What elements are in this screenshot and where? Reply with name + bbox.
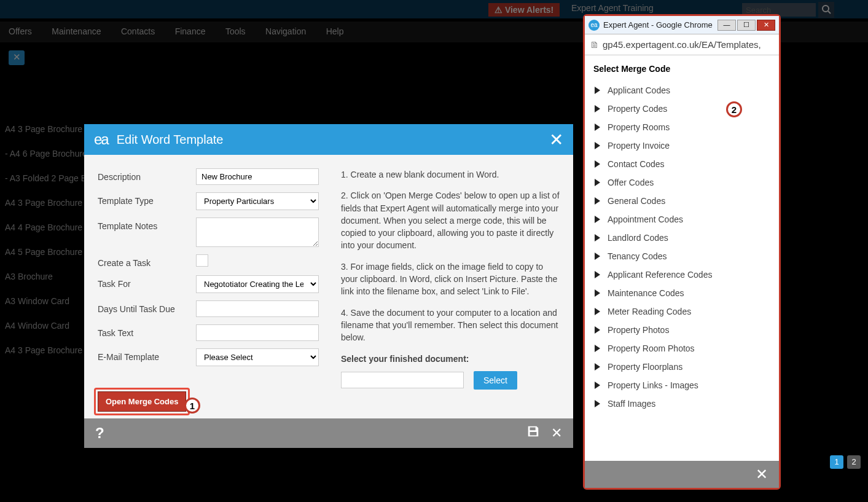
expand-icon — [595, 142, 600, 149]
expand-icon — [595, 179, 600, 186]
instruction-step-2: 2. Click on 'Open Merge Codes' below to … — [341, 189, 560, 251]
annotation-callout-2: 2 — [726, 101, 742, 117]
address-bar[interactable]: 🗎 gp45.expertagent.co.uk/EA/Templates, — [585, 34, 779, 55]
maximize-button[interactable]: ☐ — [737, 20, 756, 31]
code-item[interactable]: Property Photos — [593, 321, 770, 339]
code-item[interactable]: Maintenance Codes — [593, 284, 770, 302]
modal-body: Description Template Type Property Parti… — [84, 155, 573, 418]
help-button[interactable]: ? — [95, 425, 104, 442]
edit-template-modal: ea Edit Word Template ✕ Description Temp… — [84, 124, 573, 448]
expand-icon — [595, 216, 600, 223]
close-icon[interactable]: ✕ — [551, 425, 562, 441]
code-item[interactable]: Landlord Codes — [593, 229, 770, 247]
email-template-label: E-Mail Template — [98, 348, 196, 362]
merge-codes-popup: ea Expert Agent - Google Chrome — ☐ ✕ 🗎 … — [583, 14, 781, 490]
open-merge-codes-button[interactable]: Open Merge Codes — [98, 391, 186, 412]
expand-icon — [595, 253, 600, 260]
annotation-callout-1: 1 — [184, 398, 200, 414]
task-text-input[interactable] — [196, 324, 319, 341]
save-icon[interactable] — [526, 425, 540, 442]
code-item[interactable]: Property Room Photos — [593, 339, 770, 358]
popup-footer: ✕ — [585, 461, 779, 488]
modal-header: ea Edit Word Template ✕ — [84, 124, 573, 155]
select-document-button[interactable]: Select — [474, 371, 517, 390]
code-item[interactable]: Applicant Codes — [593, 81, 770, 100]
expand-icon — [595, 326, 600, 334]
code-item[interactable]: Offer Codes — [593, 173, 770, 192]
ea-favicon: ea — [588, 20, 600, 31]
days-until-label: Days Until Task Due — [98, 300, 196, 314]
code-item[interactable]: Property Floorplans — [593, 358, 770, 376]
instruction-step-1: 1. Create a new blank document in Word. — [341, 168, 560, 181]
popup-body: Select Merge Code 2 Applicant Codes Prop… — [585, 55, 779, 461]
form-column: Description Template Type Property Parti… — [98, 168, 325, 405]
select-document-label: Select your finished document: — [341, 353, 560, 365]
popup-titlebar: ea Expert Agent - Google Chrome — ☐ ✕ — [585, 16, 779, 34]
code-item[interactable]: Property Links - Images — [593, 376, 770, 394]
expand-icon — [595, 87, 600, 94]
code-item[interactable]: Meter Reading Codes — [593, 302, 770, 321]
popup-window-title: Expert Agent - Google Chrome — [603, 20, 716, 29]
code-item[interactable]: Property Invoice — [593, 136, 770, 155]
window-close-button[interactable]: ✕ — [757, 20, 775, 31]
instruction-step-3: 3. For image fields, click on the image … — [341, 261, 560, 298]
document-path-input[interactable] — [341, 372, 464, 388]
merge-code-list: Applicant Codes Property Codes Property … — [593, 81, 770, 413]
modal-close-button[interactable]: ✕ — [549, 130, 563, 150]
expand-icon — [595, 105, 600, 112]
pagination: 1 2 — [830, 455, 861, 469]
code-item[interactable]: Applicant Reference Codes — [593, 265, 770, 284]
select-merge-code-heading: Select Merge Code — [593, 64, 770, 74]
instruction-step-4: 4. Save the document to your computer to… — [341, 307, 560, 344]
instructions-column: 1. Create a new blank document in Word. … — [341, 168, 560, 405]
page-icon: 🗎 — [590, 39, 599, 50]
template-notes-label: Template Notes — [98, 218, 196, 231]
template-notes-input[interactable] — [196, 218, 319, 247]
template-type-label: Template Type — [98, 192, 196, 206]
page-1-button[interactable]: 1 — [830, 455, 843, 469]
open-merge-wrapper: Open Merge Codes — [98, 391, 186, 412]
description-input[interactable] — [196, 168, 319, 185]
ea-logo: ea — [94, 131, 108, 148]
page-2-button[interactable]: 2 — [847, 455, 861, 469]
expand-icon — [595, 289, 600, 297]
create-task-label: Create a Task — [98, 254, 196, 268]
url-text: gp45.expertagent.co.uk/EA/Templates, — [603, 39, 761, 50]
days-until-input[interactable] — [196, 300, 319, 317]
task-text-label: Task Text — [98, 324, 196, 338]
modal-footer: ? ✕ — [84, 418, 573, 448]
expand-icon — [595, 345, 600, 352]
expand-icon — [595, 400, 600, 407]
task-for-select[interactable]: Negototiator Creating the Letter — [196, 275, 319, 293]
description-label: Description — [98, 168, 196, 182]
code-item[interactable]: General Codes — [593, 192, 770, 210]
expand-icon — [595, 124, 600, 131]
expand-icon — [595, 382, 600, 389]
code-item[interactable]: Property Codes — [593, 100, 770, 118]
create-task-checkbox[interactable] — [196, 254, 208, 267]
email-template-select[interactable]: Please Select — [196, 348, 319, 366]
code-item[interactable]: Appointment Codes — [593, 210, 770, 229]
expand-icon — [595, 234, 600, 241]
code-item[interactable]: Contact Codes — [593, 155, 770, 173]
expand-icon — [595, 160, 600, 168]
expand-icon — [595, 308, 600, 315]
expand-icon — [595, 271, 600, 278]
code-item[interactable]: Property Rooms — [593, 118, 770, 136]
expand-icon — [595, 363, 600, 371]
minimize-button[interactable]: — — [717, 20, 736, 31]
popup-close-icon[interactable]: ✕ — [756, 466, 768, 483]
code-item[interactable]: Tenancy Codes — [593, 247, 770, 265]
task-for-label: Task For — [98, 275, 196, 289]
template-type-select[interactable]: Property Particulars — [196, 192, 319, 210]
expand-icon — [595, 197, 600, 205]
modal-title: Edit Word Template — [117, 133, 549, 147]
code-item[interactable]: Staff Images — [593, 394, 770, 413]
